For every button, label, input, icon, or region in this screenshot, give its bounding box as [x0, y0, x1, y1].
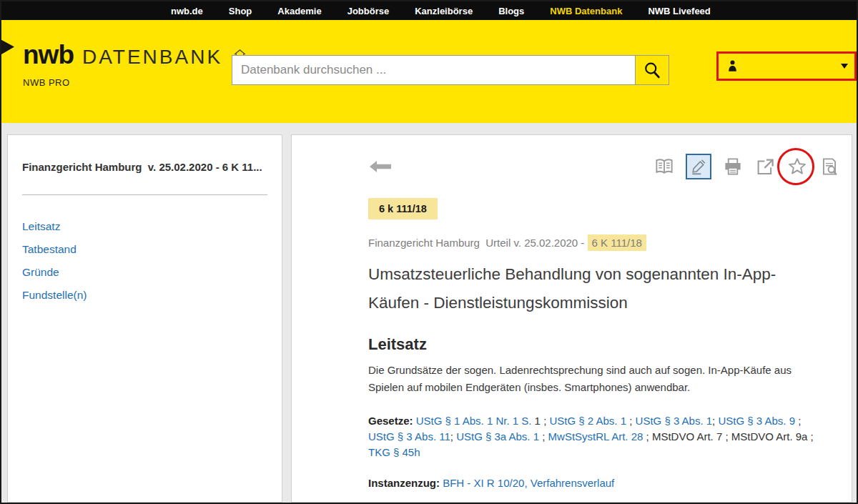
topnav-item-nwb-livefeed[interactable]: NWB Livefeed	[648, 6, 710, 16]
law-link[interactable]: UStG § 3 Abs. 11	[368, 430, 450, 443]
sidebar-section-nav: Leitsatz Tatbestand Gründe Fundstelle(n)	[22, 219, 267, 311]
law-separator: ;	[626, 415, 636, 427]
law-plain-text: ; MStDVO Art. 7 ; MStDVO Art. 9a ;	[643, 430, 813, 443]
document-title: Umsatzsteuerliche Behandlung von sogenan…	[368, 260, 820, 317]
law-link[interactable]: UStG § 3 Abs. 1	[636, 415, 713, 427]
document-outline-sidebar: Finanzgericht Hamburg v. 25.02.2020 - 6 …	[7, 134, 282, 503]
topnav-item-shop[interactable]: Shop	[229, 6, 252, 16]
chevron-down-icon	[841, 64, 848, 69]
search-input[interactable]	[232, 56, 635, 84]
sidebar-item-tatbestand[interactable]: Tatbestand	[22, 242, 267, 256]
law-separator: ;	[539, 430, 548, 443]
favorite-star-icon[interactable]	[786, 156, 808, 177]
edit-pencil-icon[interactable]	[686, 154, 711, 179]
document-meta-line: Finanzgericht Hamburg Urteil v. 25.02.20…	[368, 237, 820, 249]
instanzenzug-label: Instanzenzug:	[368, 477, 440, 489]
app-window: nwb.de Shop Akademie Jobbörse Kanzleibör…	[0, 0, 858, 504]
topnav-item-jobboerse[interactable]: Jobbörse	[347, 6, 390, 16]
header: nwb DATENBANK NWB PRO	[1, 20, 857, 123]
sidebar-divider	[22, 194, 267, 195]
back-arrow-icon[interactable]	[368, 159, 393, 174]
user-account-menu[interactable]	[716, 51, 857, 80]
law-separator: ;	[450, 430, 456, 443]
topnav-item-akademie[interactable]: Akademie	[277, 6, 321, 16]
law-link[interactable]: TKG § 45h	[368, 446, 420, 458]
print-icon[interactable]	[722, 156, 744, 177]
sidebar-document-title: Finanzgericht Hamburg v. 25.02.2020 - 6 …	[22, 161, 267, 173]
leitsatz-heading: Leitsatz	[368, 335, 820, 354]
meta-court-date: Finanzgericht Hamburg Urteil v. 25.02.20…	[368, 237, 588, 249]
nwb-pennant-logo-arrow	[1, 39, 14, 54]
law-link[interactable]: UStG § 3 Abs. 9	[718, 415, 795, 427]
meta-case-number-highlight: 6 K 111/18	[588, 234, 646, 251]
sidebar-item-gruende[interactable]: Gründe	[22, 265, 267, 279]
law-separator: 1 ;	[531, 415, 549, 427]
sidebar-item-leitsatz[interactable]: Leitsatz	[22, 219, 267, 233]
search-button[interactable]	[635, 56, 669, 84]
law-link[interactable]: UStG § 2 Abs. 1	[549, 415, 626, 427]
user-icon	[726, 59, 739, 73]
law-link[interactable]: UStG § 3a Abs. 1	[456, 430, 539, 443]
search-bar	[232, 55, 669, 85]
top-nav: nwb.de Shop Akademie Jobbörse Kanzleibör…	[1, 1, 857, 20]
topnav-item-kanzleiboerse[interactable]: Kanzleibörse	[415, 6, 473, 16]
case-number-badge: 6 k 111/18	[368, 198, 438, 219]
law-link[interactable]: MwStSystRL Art. 28	[548, 430, 644, 443]
logo-subtitle: NWB PRO	[23, 77, 247, 88]
instanzenzug-link[interactable]: BFH - XI R 10/20, Verfahrensverlauf	[443, 477, 614, 489]
instanzenzug-block: Instanzenzug: BFH - XI R 10/20, Verfahre…	[368, 477, 820, 489]
search-icon	[642, 60, 662, 80]
brand-logo[interactable]: nwb DATENBANK NWB PRO	[23, 40, 247, 88]
document-content: 6 k 111/18 Finanzgericht Hamburg Urteil …	[368, 181, 820, 503]
leitsatz-text: Die Grundsätze der sogen. Ladenrechtspre…	[368, 362, 820, 396]
law-separator: ;	[795, 415, 801, 427]
book-icon[interactable]	[654, 156, 675, 177]
gesetze-block: Gesetze: UStG § 1 Abs. 1 Nr. 1 S. 1 ; US…	[368, 413, 820, 460]
sidebar-item-fundstellen[interactable]: Fundstelle(n)	[22, 288, 267, 302]
gesetze-label: Gesetze:	[368, 415, 413, 427]
topnav-item-blogs[interactable]: Blogs	[498, 6, 524, 16]
law-link[interactable]: UStG § 1 Abs. 1 Nr. 1 S.	[416, 415, 532, 427]
document-search-icon[interactable]	[819, 156, 840, 177]
topnav-item-nwbde[interactable]: nwb.de	[171, 6, 203, 16]
document-view-panel: 6 k 111/18 Finanzgericht Hamburg Urteil …	[291, 134, 852, 503]
topnav-item-nwb-datenbank[interactable]: NWB Datenbank	[550, 6, 622, 16]
toolbar-icon-group	[654, 154, 840, 179]
workspace: Finanzgericht Hamburg v. 25.02.2020 - 6 …	[1, 123, 857, 503]
share-icon[interactable]	[754, 156, 776, 177]
logo-nwb-text: nwb	[23, 40, 74, 70]
document-toolbar	[292, 152, 840, 181]
logo-datenbank-text: DATENBANK	[82, 46, 222, 69]
